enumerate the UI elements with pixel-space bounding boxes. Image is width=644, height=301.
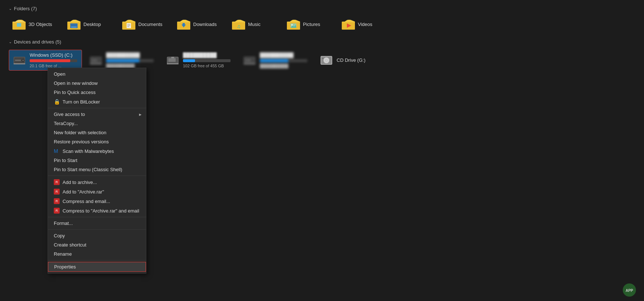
svg-rect-10 (127, 24, 130, 25)
drive-4-bar-container (260, 59, 307, 62)
ctx-create-shortcut-label: Create shortcut (54, 242, 86, 248)
drive-4-info: ██████████ ██████████ (260, 52, 307, 68)
folder-documents-label: Documents (138, 22, 162, 27)
svg-rect-12 (127, 26, 129, 27)
ctx-sep-2 (48, 176, 146, 176)
svg-rect-49 (244, 63, 255, 64)
folder-videos-icon (342, 19, 355, 30)
svg-rect-38 (90, 63, 102, 64)
folders-grid: 3D Objects Desktop (9, 16, 635, 32)
ctx-give-access[interactable]: Give access to ► (48, 110, 146, 119)
svg-point-36 (99, 60, 100, 61)
folders-section-header: ⌄ Folders (7) (9, 6, 635, 11)
ctx-compress-rar-email[interactable]: R Compress to "Archive.rar" and email (48, 206, 146, 215)
folder-downloads-icon (177, 19, 190, 30)
ctx-turn-on-bitlocker[interactable]: 🔒 Turn on BitLocker (48, 97, 146, 106)
drive-4-bar-fill (260, 59, 288, 62)
ctx-open-new-window[interactable]: Open in new window (48, 79, 146, 88)
drive-3-bar-fill (183, 59, 195, 62)
ctx-pin-start[interactable]: Pin to Start (48, 156, 146, 165)
ctx-sep-3 (48, 217, 146, 217)
drive-4-icon (243, 54, 256, 67)
folder-item-3dobjects[interactable]: 3D Objects (9, 16, 60, 32)
folder-item-videos[interactable]: Videos (338, 16, 389, 32)
drive-4-name: ██████████ (260, 52, 307, 58)
archive-red-icon: R (54, 179, 60, 185)
svg-rect-48 (245, 60, 251, 61)
svg-rect-2 (17, 23, 21, 27)
ctx-sep-4 (48, 229, 146, 230)
svg-rect-37 (91, 60, 97, 61)
drive-item-3[interactable]: ██████████ 102 GB free of 455 GB (162, 50, 236, 71)
svg-rect-32 (14, 63, 25, 64)
folder-desktop-label: Desktop (83, 22, 101, 27)
folder-item-downloads[interactable]: Downloads (173, 16, 225, 32)
ctx-sep-1 (48, 108, 146, 108)
main-content: ⌄ Folders (7) 3D Objects (0, 0, 644, 76)
svg-rect-5 (70, 23, 78, 28)
ctx-copy[interactable]: Copy (48, 231, 146, 240)
drive-c-name: Windows (SSD) (C:) (30, 52, 77, 58)
folder-desktop-icon (67, 19, 80, 30)
drive-item-g[interactable]: CD Drive (G:) (316, 50, 389, 71)
folder-item-music[interactable]: ♫ Music (228, 16, 280, 32)
compress-email-icon: R (54, 198, 60, 204)
folder-pictures-label: Pictures (303, 22, 320, 27)
ctx-new-folder-selection[interactable]: New folder with selection (48, 128, 146, 137)
ctx-malwarebytes[interactable]: M Scan with Malwarebytes (48, 146, 146, 156)
drive-c-bar-fill (30, 59, 70, 62)
folder-downloads-label: Downloads (193, 22, 217, 27)
svg-text:APP: APP (626, 289, 633, 293)
drive-g-name: CD Drive (G:) (337, 57, 366, 63)
folder-item-documents[interactable]: Documents (119, 16, 170, 32)
ctx-pin-quick-access-label: Pin to Quick access (54, 90, 96, 95)
ctx-pin-classic-shell[interactable]: Pin to Start menu (Classic Shell) (48, 165, 146, 174)
ctx-teracopy[interactable]: TeraCopy... (48, 119, 146, 128)
svg-rect-11 (127, 25, 130, 26)
ctx-rename[interactable]: Rename (48, 249, 146, 259)
ctx-restore-versions[interactable]: Restore previous versions (48, 137, 146, 146)
folder-item-desktop[interactable]: Desktop (64, 16, 115, 32)
drive-3-icon (166, 54, 179, 67)
malwarebytes-icon: M (54, 148, 60, 154)
drive-2-bar-container (106, 59, 154, 62)
ctx-pin-classic-shell-label: Pin to Start menu (Classic Shell) (54, 167, 122, 172)
folder-pictures-icon (287, 19, 300, 30)
drive-2-icon (89, 54, 102, 67)
ctx-open[interactable]: Open (48, 69, 146, 79)
ctx-rename-label: Rename (54, 251, 72, 257)
ctx-sep-5 (48, 260, 146, 260)
ctx-add-archive[interactable]: R Add to archive... (48, 177, 146, 187)
drive-3-info: ██████████ 102 GB free of 455 GB (183, 52, 231, 68)
ctx-format-label: Format... (54, 221, 73, 226)
drive-3-name: ██████████ (183, 52, 231, 58)
ctx-compress-email[interactable]: R Compress and email... (48, 196, 146, 206)
drive-3-bar-container (183, 59, 231, 62)
drive-4-sub: ██████████ (260, 64, 307, 68)
ctx-create-shortcut[interactable]: Create shortcut (48, 240, 146, 249)
ctx-give-access-arrow: ► (138, 112, 142, 117)
context-menu: Open Open in new window Pin to Quick acc… (48, 68, 146, 274)
compress-rar-email-icon: R (54, 208, 60, 214)
ctx-add-archive-rar[interactable]: R Add to "Archive.rar" (48, 187, 146, 196)
folder-item-pictures[interactable]: Pictures (283, 16, 334, 32)
folder-documents-icon (122, 19, 135, 30)
ctx-pin-quick-access[interactable]: Pin to Quick access (48, 88, 146, 97)
drive-item-4[interactable]: ██████████ ██████████ (239, 50, 312, 71)
folders-title: Folders (7) (14, 6, 37, 11)
ctx-compress-email-label: Compress and email... (63, 199, 110, 204)
drive-c-info: Windows (SSD) (C:) 20.1 GB free of ... (30, 52, 77, 68)
svg-point-54 (326, 60, 327, 61)
folder-music-icon: ♫ (232, 19, 245, 30)
svg-rect-55 (322, 58, 323, 59)
drive-g-info: CD Drive (G:) (337, 57, 366, 63)
ctx-pin-start-label: Pin to Start (54, 158, 77, 163)
drives-title: Devices and drives (5) (14, 39, 61, 45)
drive-g-icon (320, 54, 333, 67)
watermark: APP (618, 283, 640, 297)
ctx-compress-rar-email-label: Compress to "Archive.rar" and email (63, 208, 139, 214)
svg-point-47 (252, 60, 254, 61)
ctx-properties[interactable]: Properties (48, 262, 146, 272)
ctx-open-label: Open (54, 71, 65, 77)
ctx-format[interactable]: Format... (48, 219, 146, 228)
